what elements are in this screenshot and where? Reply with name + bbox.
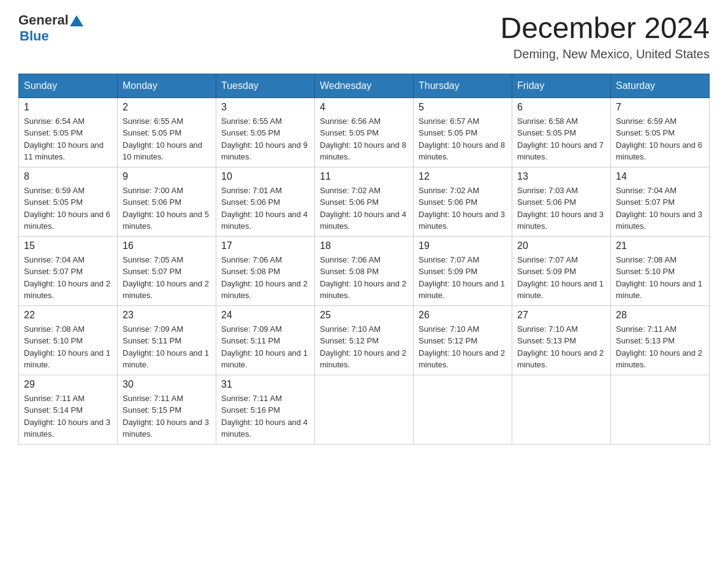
calendar-cell: 28 Sunrise: 7:11 AMSunset: 5:13 PMDaylig… (611, 305, 710, 375)
day-info: Sunrise: 6:59 AMSunset: 5:05 PMDaylight:… (616, 115, 704, 163)
calendar-cell: 14 Sunrise: 7:04 AMSunset: 5:07 PMDaylig… (611, 167, 710, 236)
calendar-table: SundayMondayTuesdayWednesdayThursdayFrid… (18, 74, 710, 445)
day-number: 25 (320, 310, 408, 321)
day-info: Sunrise: 6:58 AMSunset: 5:05 PMDaylight:… (517, 115, 605, 163)
day-number: 11 (320, 171, 408, 182)
title-section: December 2024 Deming, New Mexico, United… (500, 12, 710, 61)
calendar-cell (512, 375, 611, 444)
logo-blue-text: Blue (20, 28, 49, 44)
calendar-header-friday: Friday (512, 74, 611, 98)
calendar-cell: 12 Sunrise: 7:02 AMSunset: 5:06 PMDaylig… (414, 167, 512, 236)
calendar-week-row: 8 Sunrise: 6:59 AMSunset: 5:05 PMDayligh… (19, 167, 710, 236)
calendar-week-row: 22 Sunrise: 7:08 AMSunset: 5:10 PMDaylig… (19, 305, 710, 375)
day-info: Sunrise: 7:11 AMSunset: 5:16 PMDaylight:… (221, 393, 309, 440)
day-number: 29 (24, 379, 112, 390)
calendar-cell: 5 Sunrise: 6:57 AMSunset: 5:05 PMDayligh… (414, 98, 512, 167)
day-number: 1 (24, 102, 112, 113)
calendar-header-tuesday: Tuesday (216, 74, 315, 98)
day-info: Sunrise: 7:05 AMSunset: 5:07 PMDaylight:… (123, 254, 211, 302)
day-info: Sunrise: 7:10 AMSunset: 5:13 PMDaylight:… (517, 323, 605, 371)
day-info: Sunrise: 7:08 AMSunset: 5:10 PMDaylight:… (616, 254, 704, 302)
calendar-header-saturday: Saturday (611, 74, 710, 98)
calendar-cell: 1 Sunrise: 6:54 AMSunset: 5:05 PMDayligh… (19, 98, 118, 167)
calendar-cell: 29 Sunrise: 7:11 AMSunset: 5:14 PMDaylig… (19, 375, 118, 444)
day-info: Sunrise: 7:09 AMSunset: 5:11 PMDaylight:… (123, 323, 211, 371)
calendar-cell: 7 Sunrise: 6:59 AMSunset: 5:05 PMDayligh… (611, 98, 710, 167)
calendar-cell: 10 Sunrise: 7:01 AMSunset: 5:06 PMDaylig… (216, 167, 315, 236)
calendar-cell: 4 Sunrise: 6:56 AMSunset: 5:05 PMDayligh… (315, 98, 414, 167)
day-number: 8 (24, 171, 112, 182)
calendar-cell: 13 Sunrise: 7:03 AMSunset: 5:06 PMDaylig… (512, 167, 611, 236)
day-number: 20 (517, 240, 605, 251)
logo: General Blue (18, 12, 83, 44)
day-number: 19 (419, 240, 507, 251)
day-info: Sunrise: 7:09 AMSunset: 5:11 PMDaylight:… (221, 323, 309, 371)
calendar-cell: 9 Sunrise: 7:00 AMSunset: 5:06 PMDayligh… (118, 167, 216, 236)
calendar-cell: 8 Sunrise: 6:59 AMSunset: 5:05 PMDayligh… (19, 167, 118, 236)
day-number: 27 (517, 310, 605, 321)
page-header: General Blue December 2024 Deming, New M… (18, 12, 710, 61)
day-number: 23 (123, 310, 211, 321)
day-number: 9 (123, 171, 211, 182)
day-number: 24 (221, 310, 309, 321)
calendar-cell: 2 Sunrise: 6:55 AMSunset: 5:05 PMDayligh… (118, 98, 216, 167)
calendar-header-monday: Monday (118, 74, 216, 98)
day-info: Sunrise: 7:07 AMSunset: 5:09 PMDaylight:… (517, 254, 605, 302)
day-info: Sunrise: 7:11 AMSunset: 5:15 PMDaylight:… (123, 393, 211, 440)
day-number: 3 (221, 102, 309, 113)
day-number: 2 (123, 102, 211, 113)
day-info: Sunrise: 7:10 AMSunset: 5:12 PMDaylight:… (419, 323, 507, 371)
day-info: Sunrise: 7:10 AMSunset: 5:12 PMDaylight:… (320, 323, 408, 371)
calendar-cell: 27 Sunrise: 7:10 AMSunset: 5:13 PMDaylig… (512, 305, 611, 375)
calendar-cell: 26 Sunrise: 7:10 AMSunset: 5:12 PMDaylig… (414, 305, 512, 375)
day-info: Sunrise: 6:56 AMSunset: 5:05 PMDaylight:… (320, 115, 408, 163)
day-number: 30 (123, 379, 211, 390)
day-info: Sunrise: 7:03 AMSunset: 5:06 PMDaylight:… (517, 185, 605, 232)
calendar-cell: 24 Sunrise: 7:09 AMSunset: 5:11 PMDaylig… (216, 305, 315, 375)
day-info: Sunrise: 7:02 AMSunset: 5:06 PMDaylight:… (320, 185, 408, 232)
day-number: 12 (419, 171, 507, 182)
calendar-cell: 25 Sunrise: 7:10 AMSunset: 5:12 PMDaylig… (315, 305, 414, 375)
calendar-cell: 3 Sunrise: 6:55 AMSunset: 5:05 PMDayligh… (216, 98, 315, 167)
calendar-cell (414, 375, 512, 444)
day-number: 26 (419, 310, 507, 321)
day-info: Sunrise: 7:00 AMSunset: 5:06 PMDaylight:… (123, 185, 211, 232)
day-info: Sunrise: 6:54 AMSunset: 5:05 PMDaylight:… (24, 115, 112, 163)
calendar-cell: 15 Sunrise: 7:04 AMSunset: 5:07 PMDaylig… (19, 236, 118, 305)
day-info: Sunrise: 7:06 AMSunset: 5:08 PMDaylight:… (221, 254, 309, 302)
day-number: 15 (24, 240, 112, 251)
day-number: 6 (517, 102, 605, 113)
day-number: 22 (24, 310, 112, 321)
day-number: 17 (221, 240, 309, 251)
day-info: Sunrise: 6:55 AMSunset: 5:05 PMDaylight:… (123, 115, 211, 163)
day-info: Sunrise: 6:55 AMSunset: 5:05 PMDaylight:… (221, 115, 309, 163)
calendar-cell (315, 375, 414, 444)
calendar-cell: 6 Sunrise: 6:58 AMSunset: 5:05 PMDayligh… (512, 98, 611, 167)
day-number: 14 (616, 171, 704, 182)
day-number: 4 (320, 102, 408, 113)
day-number: 13 (517, 171, 605, 182)
calendar-cell: 30 Sunrise: 7:11 AMSunset: 5:15 PMDaylig… (118, 375, 216, 444)
day-info: Sunrise: 7:01 AMSunset: 5:06 PMDaylight:… (221, 185, 309, 232)
calendar-cell: 17 Sunrise: 7:06 AMSunset: 5:08 PMDaylig… (216, 236, 315, 305)
month-title: December 2024 (500, 12, 710, 45)
day-info: Sunrise: 7:08 AMSunset: 5:10 PMDaylight:… (24, 323, 112, 371)
calendar-week-row: 1 Sunrise: 6:54 AMSunset: 5:05 PMDayligh… (19, 98, 710, 167)
calendar-week-row: 29 Sunrise: 7:11 AMSunset: 5:14 PMDaylig… (19, 375, 710, 444)
day-number: 5 (419, 102, 507, 113)
calendar-cell: 31 Sunrise: 7:11 AMSunset: 5:16 PMDaylig… (216, 375, 315, 444)
svg-marker-0 (70, 15, 83, 26)
day-info: Sunrise: 7:06 AMSunset: 5:08 PMDaylight:… (320, 254, 408, 302)
day-info: Sunrise: 7:04 AMSunset: 5:07 PMDaylight:… (616, 185, 704, 232)
calendar-cell: 20 Sunrise: 7:07 AMSunset: 5:09 PMDaylig… (512, 236, 611, 305)
calendar-header-row: SundayMondayTuesdayWednesdayThursdayFrid… (19, 74, 710, 98)
calendar-header-wednesday: Wednesday (315, 74, 414, 98)
day-info: Sunrise: 7:07 AMSunset: 5:09 PMDaylight:… (419, 254, 507, 302)
calendar-cell: 19 Sunrise: 7:07 AMSunset: 5:09 PMDaylig… (414, 236, 512, 305)
day-info: Sunrise: 6:59 AMSunset: 5:05 PMDaylight:… (24, 185, 112, 232)
day-number: 10 (221, 171, 309, 182)
day-info: Sunrise: 7:11 AMSunset: 5:14 PMDaylight:… (24, 393, 112, 440)
logo-triangle-icon (70, 14, 83, 28)
calendar-cell: 16 Sunrise: 7:05 AMSunset: 5:07 PMDaylig… (118, 236, 216, 305)
calendar-cell: 22 Sunrise: 7:08 AMSunset: 5:10 PMDaylig… (19, 305, 118, 375)
